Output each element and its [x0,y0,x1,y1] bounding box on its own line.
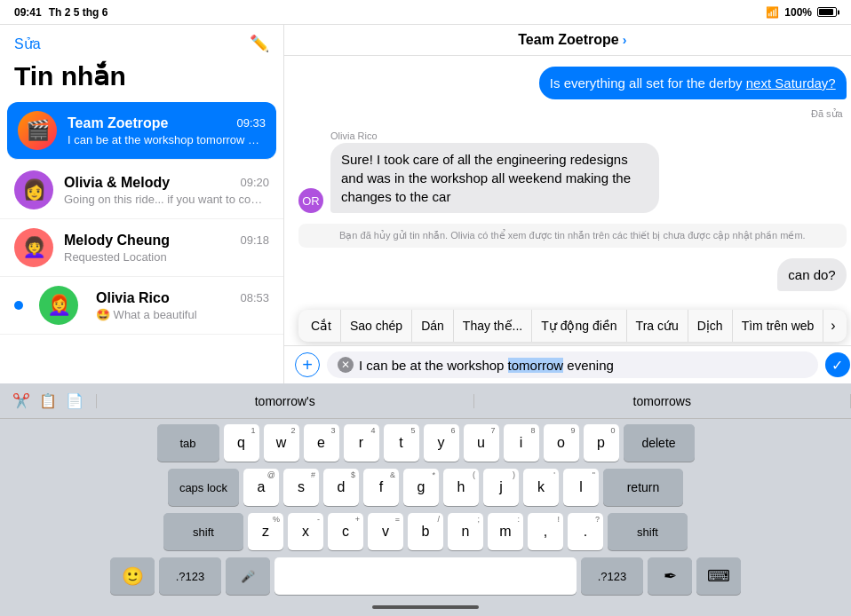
input-text-display[interactable]: I can be at the workshop tomorrow evenin… [359,358,807,373]
context-menu: Cắt Sao chép Dán Thay thế... Tự động điề… [298,310,847,342]
key-period[interactable]: .? [568,513,603,550]
suggestion-tomorrows-apostrophe[interactable]: tomorrow's [96,394,473,408]
send-button[interactable]: ✓ [825,352,850,377]
keyboard-area: ✂️ 📋 📄 tomorrow's tomorrows tab q1 w2 e3… [0,383,851,616]
key-r[interactable]: r4 [344,424,379,462]
input-add-button[interactable]: + [295,352,320,377]
context-cut[interactable]: Cắt [302,310,341,342]
key-emoji[interactable]: 🙂 [110,557,155,595]
paste-icon[interactable]: 📄 [66,392,84,409]
key-i[interactable]: i8 [504,424,539,462]
context-autofill[interactable]: Tự động điền [532,310,626,342]
key-g[interactable]: g* [403,469,439,506]
conv-name-3: Melody Cheung [64,233,170,249]
avatar-olivia-melody: 👩 [14,170,53,209]
key-d[interactable]: d$ [323,469,359,506]
conv-preview-4: 🤩 What a beautiful [96,308,269,321]
key-num-left[interactable]: .?123 [159,557,221,595]
msg-row-can-do: can do? [298,258,847,291]
conv-name-row-2: Olivia & Melody 09:20 [64,175,269,191]
wifi-icon: 📶 [766,6,779,19]
key-o[interactable]: o9 [544,424,579,462]
context-replace[interactable]: Thay thế... [454,310,532,342]
msg-text-outgoing: Is everything all set for the derby [550,75,746,91]
context-paste[interactable]: Dán [412,310,454,342]
key-scribble[interactable]: ✒ [648,557,692,595]
conv-info-olivia-melody: Olivia & Melody 09:20 Going on this ride… [64,175,269,206]
scissors-icon[interactable]: ✂️ [12,392,30,409]
conv-name-row-4: Olivia Rico 08:53 [96,290,269,306]
context-copy[interactable]: Sao chép [341,310,412,342]
key-s[interactable]: s# [283,469,319,506]
key-v[interactable]: v= [368,513,403,550]
key-y[interactable]: y6 [424,424,459,462]
suggestion-tomorrows[interactable]: tomorrows [473,394,852,408]
key-e[interactable]: e3 [304,424,339,462]
conv-info-team-zoetrope: Team Zoetrope 09:33 I can be at the work… [68,115,266,146]
key-space[interactable] [274,557,577,595]
input-text-before-selection: I can be at the workshop [359,358,508,373]
sidebar-title: Tin nhắn [0,59,283,100]
conv-item-olivia-melody[interactable]: 👩 Olivia & Melody 09:20 Going on this ri… [0,162,283,219]
key-u[interactable]: u7 [464,424,499,462]
compose-button[interactable]: ✏️ [250,34,269,53]
key-x[interactable]: x- [288,513,323,550]
key-c[interactable]: c+ [328,513,363,550]
key-z[interactable]: z% [248,513,283,550]
time: 09:41 [14,6,42,19]
conv-item-melody-cheung[interactable]: 👩‍🦱 Melody Cheung 09:18 Requested Locati… [0,219,283,277]
msg-status: Đã sửa [298,108,843,120]
msg-sender-label: Olivia Rico [330,130,847,141]
conv-name-row-3: Melody Cheung 09:18 [64,233,269,249]
key-l[interactable]: l" [563,469,599,506]
input-text-selected: tomorrow [508,358,564,373]
key-caps-lock[interactable]: caps lock [168,469,239,506]
context-translate[interactable]: Dịch [688,310,733,342]
msg-avatar-olivia-rico: OR [298,188,323,213]
key-return[interactable]: return [603,469,683,506]
chat-header-chevron-icon[interactable]: › [623,33,627,47]
msg-bubble-incoming: Sure! I took care of all the engineering… [330,143,659,213]
key-t[interactable]: t5 [384,424,419,462]
key-b[interactable]: b/ [408,513,443,550]
sidebar-header: Sửa ✏️ [0,25,283,59]
conv-item-team-zoetrope[interactable]: 🎬 Team Zoetrope 09:33 I can be at the wo… [7,102,276,160]
key-delete[interactable]: delete [624,424,695,462]
key-p[interactable]: p0 [584,424,619,462]
chat-messages: Is everything all set for the derby next… [284,56,851,306]
key-comma[interactable]: ,! [528,513,563,550]
key-tab[interactable]: tab [157,424,219,462]
context-lookup[interactable]: Tra cứu [627,310,688,342]
key-m[interactable]: m: [488,513,523,550]
msg-row-outgoing: Is everything all set for the derby next… [298,67,847,99]
key-a[interactable]: a@ [243,469,279,506]
conv-name-row: Team Zoetrope 09:33 [68,115,266,131]
date: Th 2 5 thg 6 [49,6,108,19]
key-shift-right[interactable]: shift [608,513,688,550]
context-more-icon[interactable]: › [823,318,842,334]
key-keyboard[interactable]: ⌨ [696,557,741,595]
input-clear-button[interactable]: ✕ [338,357,354,373]
key-f[interactable]: f& [363,469,399,506]
key-w[interactable]: w2 [264,424,299,462]
status-bar: 09:41 Th 2 5 thg 6 📶 100% [0,0,851,25]
chat-title: Team Zoetrope [518,32,619,48]
avatar-olivia-rico: 👩‍🦰 [39,286,78,325]
input-text-after-selection: evening [563,358,614,373]
context-search-web[interactable]: Tìm trên web [733,310,824,342]
key-q[interactable]: q1 [224,424,259,462]
key-k[interactable]: k' [523,469,559,506]
key-n[interactable]: n; [448,513,483,550]
msg-row-incoming: OR Sure! I took care of all the engineer… [298,143,847,213]
input-field-wrapper[interactable]: ✕ I can be at the workshop tomorrow even… [327,351,818,378]
conversation-list: 🎬 Team Zoetrope 09:33 I can be at the wo… [0,100,283,383]
key-mic[interactable]: 🎤 [226,557,270,595]
conv-item-olivia-rico[interactable]: 👩‍🦰 Olivia Rico 08:53 🤩 What a beautiful [0,277,283,335]
key-shift-left[interactable]: shift [163,513,243,550]
key-h[interactable]: h( [443,469,479,506]
copy-icon[interactable]: 📋 [39,392,57,409]
key-j[interactable]: j) [483,469,519,506]
key-num-right[interactable]: .?123 [581,557,643,595]
edit-button[interactable]: Sửa [14,36,41,52]
system-notice: Bạn đã hủy gửi tin nhắn. Olivia có thể x… [298,224,847,248]
